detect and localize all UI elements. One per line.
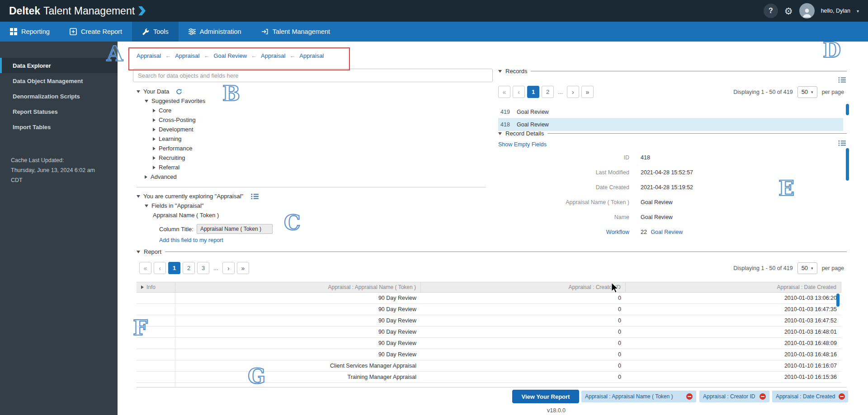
tree-item-suggested-favorites[interactable]: Suggested Favorites (137, 96, 205, 106)
column-header-creator-id[interactable]: Appraisal : Creator ID (421, 282, 626, 292)
breadcrumb-item[interactable]: Appraisal (261, 52, 285, 59)
column-title-input[interactable] (197, 224, 273, 234)
report-field-chip-creator-id[interactable]: Appraisal : Creator ID (699, 391, 769, 402)
table-row[interactable]: 90 Day Review 0 2010-01-03 13:06:20 (137, 293, 841, 304)
remove-field-icon[interactable] (686, 393, 693, 400)
workflow-value-link[interactable]: Goal Review (651, 229, 683, 235)
expand-icon[interactable] (145, 175, 147, 179)
report-table-scrollbar[interactable] (836, 294, 840, 307)
column-header-appraisal-name[interactable]: Appraisal : Appraisal Name ( Token ) (175, 282, 421, 292)
sidebar-item-denormalization-scripts[interactable]: Denormalization Scripts (0, 89, 118, 104)
page-size-select[interactable]: 50 ▾ (797, 86, 817, 98)
last-page-button[interactable]: » (237, 262, 249, 274)
collapse-icon[interactable] (498, 132, 502, 135)
report-field-chip-appraisal-name[interactable]: Appraisal : Appraisal Name ( Token ) (581, 391, 696, 402)
add-field-link[interactable]: Add this field to my report (159, 237, 223, 243)
expand-icon[interactable] (153, 156, 156, 160)
report-field-chip-date-created[interactable]: Appraisal : Date Created (772, 391, 848, 402)
table-row[interactable]: 90 Day Review 0 2010-01-03 16:48:01 (137, 326, 841, 338)
exploring-title-row[interactable]: You are currently exploring "Appraisal" (137, 191, 273, 201)
view-your-report-button[interactable]: View Your Report (512, 390, 579, 403)
info-cell[interactable] (137, 326, 175, 337)
tree-item-development[interactable]: Development (137, 125, 205, 134)
show-empty-fields-link[interactable]: Show Empty Fields (498, 141, 547, 148)
breadcrumb-item[interactable]: Appraisal (137, 52, 161, 59)
record-details-scrollbar[interactable] (846, 148, 849, 181)
info-cell[interactable] (137, 338, 175, 349)
next-page-button[interactable]: › (567, 86, 579, 98)
collapse-icon[interactable] (145, 100, 148, 103)
table-row[interactable]: 90 Day Review 0 2010-01-03 16:48:16 (137, 349, 841, 360)
gear-icon[interactable]: ⚙ (784, 6, 793, 16)
chevron-down-icon[interactable]: ▾ (857, 9, 859, 14)
expand-icon[interactable] (153, 147, 156, 150)
expand-icon[interactable] (141, 285, 144, 289)
info-cell[interactable] (137, 349, 175, 360)
page-3-button[interactable]: 3 (197, 262, 209, 274)
nav-talent-management[interactable]: Talent Management (251, 22, 340, 42)
info-cell[interactable] (137, 360, 175, 371)
collapse-icon[interactable] (137, 90, 140, 93)
table-row[interactable]: Training Manager Appraisal 0 2010-01-10 … (137, 372, 841, 383)
page-1-button[interactable]: 1 (168, 262, 180, 274)
info-cell[interactable] (137, 372, 175, 382)
list-icon[interactable] (251, 193, 259, 200)
info-cell[interactable] (137, 315, 175, 326)
page-2-button[interactable]: 2 (183, 262, 195, 274)
record-details-list-icon[interactable] (838, 140, 846, 148)
first-page-button[interactable]: « (498, 86, 510, 98)
table-row[interactable]: 90 Day Review 0 2010-01-03 16:48:09 (137, 338, 841, 349)
info-column-header[interactable]: Info (137, 282, 175, 292)
remove-field-icon[interactable] (839, 393, 845, 400)
breadcrumb-item[interactable]: Goal Review (213, 52, 247, 59)
table-row[interactable]: Client Services Manager Appraisal 0 2010… (137, 360, 841, 372)
nav-create-report[interactable]: Create Report (60, 22, 132, 42)
collapse-icon[interactable] (498, 70, 502, 73)
collapse-icon[interactable] (137, 251, 140, 253)
sidebar-item-data-object-management[interactable]: Data Object Management (0, 73, 118, 89)
expand-icon[interactable] (153, 137, 156, 141)
search-input[interactable] (133, 69, 493, 82)
last-page-button[interactable]: » (581, 86, 594, 98)
nav-tools[interactable]: Tools (132, 22, 179, 42)
expand-icon[interactable] (153, 109, 156, 112)
nav-reporting[interactable]: Reporting (0, 22, 60, 42)
tree-item-referral[interactable]: Referral (137, 163, 205, 172)
nav-administration[interactable]: Administration (179, 22, 251, 42)
sidebar-item-import-tables[interactable]: Import Tables (0, 119, 118, 135)
table-row[interactable]: 90 Day Review 0 2010-01-03 16:47:35 (137, 304, 841, 315)
prev-page-button[interactable]: ‹ (513, 86, 525, 98)
column-header-date-created[interactable]: Appraisal : Date Created (626, 282, 841, 292)
info-cell[interactable] (137, 293, 175, 303)
breadcrumb-item[interactable]: Appraisal (299, 52, 324, 59)
expand-icon[interactable] (153, 118, 156, 122)
record-row-selected[interactable]: 418 Goal Review (498, 118, 843, 131)
collapse-icon[interactable] (137, 195, 140, 198)
expand-icon[interactable] (153, 128, 156, 131)
next-page-button[interactable]: › (222, 262, 235, 274)
table-row[interactable]: 90 Day Review 0 2010-01-03 16:47:52 (137, 315, 841, 326)
user-greeting[interactable]: hello, Dylan (821, 8, 850, 14)
tree-item-advanced[interactable]: Advanced (137, 172, 205, 182)
workflow-link[interactable]: Workflow (498, 229, 629, 235)
tree-item-learning[interactable]: Learning (137, 134, 205, 144)
records-list-icon[interactable] (838, 77, 846, 85)
field-name-row[interactable]: Appraisal Name ( Token ) (137, 210, 273, 220)
sidebar-item-report-statuses[interactable]: Report Statuses (0, 104, 118, 119)
help-icon[interactable]: ? (764, 4, 778, 18)
breadcrumb-item[interactable]: Appraisal (175, 52, 199, 59)
page-size-select[interactable]: 50 ▾ (797, 262, 817, 274)
sidebar-item-data-explorer[interactable]: Data Explorer (0, 58, 118, 73)
avatar[interactable] (799, 3, 815, 19)
page-1-button[interactable]: 1 (527, 86, 539, 98)
tree-item-core[interactable]: Core (137, 106, 205, 115)
remove-field-icon[interactable] (760, 393, 766, 400)
records-scrollbar[interactable] (846, 104, 849, 115)
refresh-icon[interactable] (176, 89, 182, 95)
first-page-button[interactable]: « (139, 262, 151, 274)
page-2-button[interactable]: 2 (542, 86, 554, 98)
tree-item-your-data[interactable]: Your Data (137, 87, 205, 96)
record-row[interactable]: 419 Goal Review (498, 106, 843, 118)
info-cell[interactable] (137, 304, 175, 315)
fields-header-row[interactable]: Fields in "Appraisal" (137, 201, 273, 210)
